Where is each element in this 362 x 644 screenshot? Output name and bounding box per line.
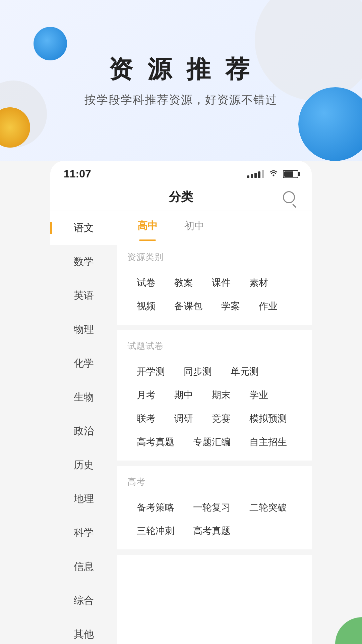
- section-title-试题试卷: 试题试卷: [127, 340, 302, 352]
- sidebar-item-生物[interactable]: 生物: [50, 380, 117, 414]
- tag-单元测[interactable]: 单元测: [221, 360, 268, 383]
- status-bar: 11:07: [50, 161, 312, 183]
- tag-备考策略[interactable]: 备考策略: [127, 496, 184, 519]
- sidebar-item-科学[interactable]: 科学: [50, 516, 117, 550]
- tag-学业[interactable]: 学业: [240, 383, 278, 407]
- tag-备课包[interactable]: 备课包: [165, 294, 212, 318]
- tag-联考[interactable]: 联考: [127, 407, 165, 430]
- promo-banner: 资 源 推 荐 按学段学科推荐资源，好资源不错过: [0, 0, 362, 161]
- sidebar-item-语文[interactable]: 语文: [50, 211, 117, 245]
- tag-月考[interactable]: 月考: [127, 383, 165, 407]
- promo-title: 资 源 推 荐: [109, 53, 253, 86]
- sidebar-item-历史[interactable]: 历史: [50, 448, 117, 482]
- blue-circle-small: [34, 27, 67, 60]
- signal-bar-1: [247, 175, 249, 178]
- sidebar-item-信息[interactable]: 信息: [50, 550, 117, 584]
- sidebar-item-地理[interactable]: 地理: [50, 482, 117, 516]
- tag-grid-高考: 备考策略 一轮复习 二轮突破 三轮冲刺 高考真题: [127, 496, 302, 543]
- tag-自主招生[interactable]: 自主招生: [240, 430, 296, 454]
- search-icon: [283, 191, 295, 203]
- tag-高考真题1[interactable]: 高考真题: [127, 430, 184, 454]
- main-content: 语文 数学 英语 物理 化学 生物 政治 历史 地理 科学 信息 综合 其他 高…: [50, 211, 312, 644]
- status-icons: [247, 169, 298, 179]
- tag-三轮冲刺[interactable]: 三轮冲刺: [127, 519, 184, 543]
- nav-bar: 分类: [50, 183, 312, 211]
- tag-调研[interactable]: 调研: [165, 407, 202, 430]
- green-leaf-decoration: [335, 617, 362, 644]
- nav-title: 分类: [169, 189, 193, 205]
- tag-开学测[interactable]: 开学测: [127, 360, 174, 383]
- tag-学案[interactable]: 学案: [212, 294, 249, 318]
- tag-一轮复习[interactable]: 一轮复习: [184, 496, 240, 519]
- wifi-icon: [269, 169, 278, 179]
- right-content: 高中 初中 资源类别 试卷 教案 课件 素材 视频 备课包 学案 作业: [117, 211, 312, 644]
- tag-教案[interactable]: 教案: [165, 271, 202, 294]
- tag-同步测[interactable]: 同步测: [174, 360, 221, 383]
- sidebar-item-其他[interactable]: 其他: [50, 618, 117, 644]
- tag-试卷[interactable]: 试卷: [127, 271, 165, 294]
- tag-高考真题2[interactable]: 高考真题: [184, 519, 240, 543]
- search-button[interactable]: [280, 188, 298, 207]
- tag-视频[interactable]: 视频: [127, 294, 165, 318]
- tag-作业[interactable]: 作业: [249, 294, 287, 318]
- battery-fill: [284, 171, 293, 177]
- tag-专题汇编[interactable]: 专题汇编: [184, 430, 240, 454]
- signal-bar-3: [254, 173, 257, 178]
- sidebar: 语文 数学 英语 物理 化学 生物 政治 历史 地理 科学 信息 综合 其他: [50, 211, 117, 644]
- sidebar-item-物理[interactable]: 物理: [50, 313, 117, 346]
- signal-icon: [247, 170, 264, 178]
- signal-bar-2: [251, 174, 253, 178]
- phone-frame: 11:07 分类: [50, 161, 312, 644]
- sidebar-item-综合[interactable]: 综合: [50, 584, 117, 618]
- section-高考: 高考 备考策略 一轮复习 二轮突破 三轮冲刺 高考真题: [117, 466, 312, 555]
- tag-期中[interactable]: 期中: [165, 383, 202, 407]
- section-title-高考: 高考: [127, 476, 302, 488]
- section-title-资源类别: 资源类别: [127, 251, 302, 263]
- battery-icon: [283, 170, 298, 178]
- tag-grid-试题试卷: 开学测 同步测 单元测 月考 期中 期末 学业 联考 调研 竞赛 模拟预测 高考…: [127, 360, 302, 454]
- svg-point-0: [273, 174, 275, 176]
- sidebar-item-数学[interactable]: 数学: [50, 245, 117, 279]
- tab-高中[interactable]: 高中: [124, 211, 171, 241]
- tag-课件[interactable]: 课件: [202, 271, 240, 294]
- tag-模拟预测[interactable]: 模拟预测: [240, 407, 296, 430]
- bg-decoration-1: [255, 0, 362, 101]
- status-time: 11:07: [64, 168, 91, 180]
- signal-bar-4: [258, 171, 260, 178]
- tag-grid-资源类别: 试卷 教案 课件 素材 视频 备课包 学案 作业: [127, 271, 302, 318]
- section-资源类别: 资源类别 试卷 教案 课件 素材 视频 备课包 学案 作业: [117, 241, 312, 330]
- tag-素材[interactable]: 素材: [240, 271, 278, 294]
- tag-二轮突破[interactable]: 二轮突破: [240, 496, 296, 519]
- tag-竞赛[interactable]: 竞赛: [202, 407, 240, 430]
- sidebar-item-英语[interactable]: 英语: [50, 279, 117, 313]
- promo-subtitle: 按学段学科推荐资源，好资源不错过: [84, 92, 278, 108]
- section-试题试卷: 试题试卷 开学测 同步测 单元测 月考 期中 期末 学业 联考 调研 竞赛 模拟…: [117, 330, 312, 466]
- sub-tabs: 高中 初中: [117, 211, 312, 241]
- sidebar-item-政治[interactable]: 政治: [50, 414, 117, 448]
- tag-期末[interactable]: 期末: [202, 383, 240, 407]
- signal-bar-5: [262, 170, 264, 178]
- sidebar-item-化学[interactable]: 化学: [50, 346, 117, 380]
- tab-初中[interactable]: 初中: [171, 211, 218, 241]
